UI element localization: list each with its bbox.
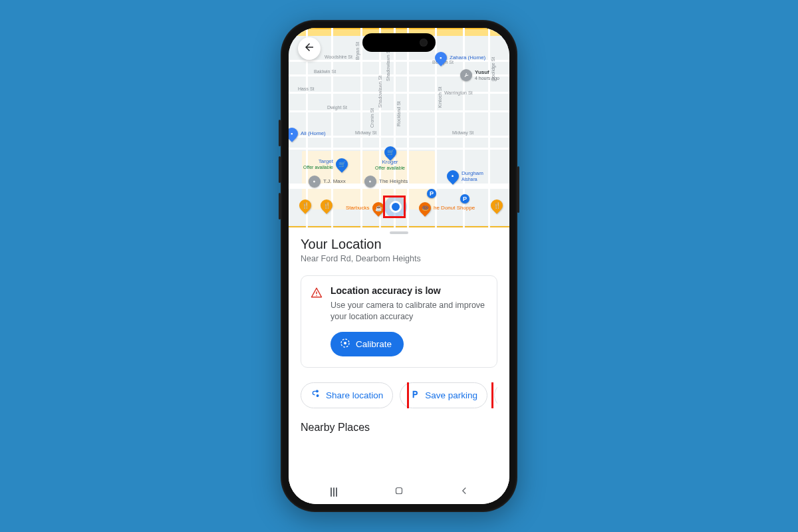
svg-point-2 [344, 342, 346, 344]
arrow-left-icon [303, 41, 315, 56]
street-label: Bryan St [355, 42, 360, 60]
nav-recents-button[interactable] [314, 487, 354, 497]
home-icon [393, 485, 405, 499]
street-label: Kinloch St [438, 86, 442, 108]
report-chip[interactable]: Rep [494, 382, 497, 408]
svg-point-0 [316, 295, 317, 297]
calibrate-button[interactable]: Calibrate [331, 332, 404, 356]
warning-icon [311, 287, 323, 356]
accuracy-card: Location accuracy is low Use your camera… [301, 275, 497, 368]
street-label: Rockland St [396, 101, 401, 126]
street-label: Woodshire St [325, 55, 352, 59]
street-label: Warrington St [444, 90, 473, 95]
location-bottom-sheet[interactable]: Your Location Near Ford Rd, Dearborn Hei… [289, 227, 509, 504]
calibrate-button-label: Calibrate [356, 339, 392, 349]
sheet-grabber[interactable] [390, 231, 408, 234]
street-label: Dwight St [327, 105, 347, 110]
dynamic-island [362, 33, 436, 52]
svg-rect-3 [396, 488, 402, 494]
map-pin-food-1[interactable]: 🍴 [299, 200, 311, 211]
map-pin-kroger[interactable]: 🛒 Kroger Offer available [375, 146, 405, 170]
street-label: Shadowlawn St [386, 49, 390, 81]
back-button[interactable] [298, 37, 321, 60]
map-pin-starbucks[interactable]: ☕ Starbucks [346, 202, 384, 214]
accuracy-card-title: Location accuracy is low [331, 285, 487, 296]
map-pin-donut[interactable]: 🍩 he Donut Shoppe [419, 202, 475, 214]
chip-label: Save parking [425, 390, 477, 400]
back-icon [458, 485, 470, 499]
street-label: Midway St [355, 130, 376, 135]
chip-label: Share location [326, 390, 383, 400]
compass-icon [340, 338, 350, 350]
nearby-places-heading: Nearby Places [301, 422, 497, 434]
street-label: Cronin St [370, 108, 374, 128]
street-label: Midway St [452, 130, 473, 135]
action-chips-row: Share location Save parking Rep [301, 382, 497, 408]
map-parking-pin[interactable]: P [427, 189, 436, 198]
phone-screen: Woodshire St Bryan St Baldwin St Hass St… [289, 28, 509, 504]
phone-frame: Woodshire St Bryan St Baldwin St Hass St… [281, 20, 517, 512]
map-pin-target[interactable]: 🛒 Target Offer available [303, 158, 348, 170]
map-pin-tjmaxx[interactable]: • T.J. Maxx [309, 176, 346, 188]
map-pin-food-3[interactable]: 🍴 [491, 200, 503, 211]
sheet-subtitle: Near Ford Rd, Dearborn Heights [301, 254, 497, 263]
street-label: Hass St [298, 86, 315, 91]
nav-home-button[interactable] [379, 485, 419, 499]
android-navbar [289, 480, 509, 504]
map-pin-zahara[interactable]: ▪ Zahara (Home) [435, 52, 485, 64]
map-pin-heights[interactable]: • The Heights [364, 176, 408, 188]
my-location-dot[interactable] [390, 201, 402, 213]
map-pin-durgham[interactable]: • Durgham Alshara [447, 170, 483, 182]
accuracy-card-body: Use your camera to calibrate and improve… [331, 300, 487, 323]
map-view[interactable]: Woodshire St Bryan St Baldwin St Hass St… [289, 28, 509, 227]
nav-back-button[interactable] [444, 485, 484, 499]
map-pin-yusuf[interactable]: Y Yusuf 4 hours ago [460, 69, 499, 81]
map-pin-ali[interactable]: ▪ Ali (Home) [289, 128, 326, 140]
sheet-title: Your Location [301, 237, 497, 252]
street-label: Shadowlawn St [378, 76, 382, 108]
recents-icon [331, 487, 337, 497]
save-parking-chip[interactable]: Save parking [400, 382, 487, 408]
street-label: Baldwin St [314, 69, 336, 74]
parking-icon [410, 389, 420, 402]
map-parking-pin[interactable]: P [460, 194, 469, 203]
share-location-icon [311, 389, 321, 402]
map-pin-food-2[interactable]: 🍴 [321, 200, 332, 211]
share-location-chip[interactable]: Share location [301, 382, 393, 408]
